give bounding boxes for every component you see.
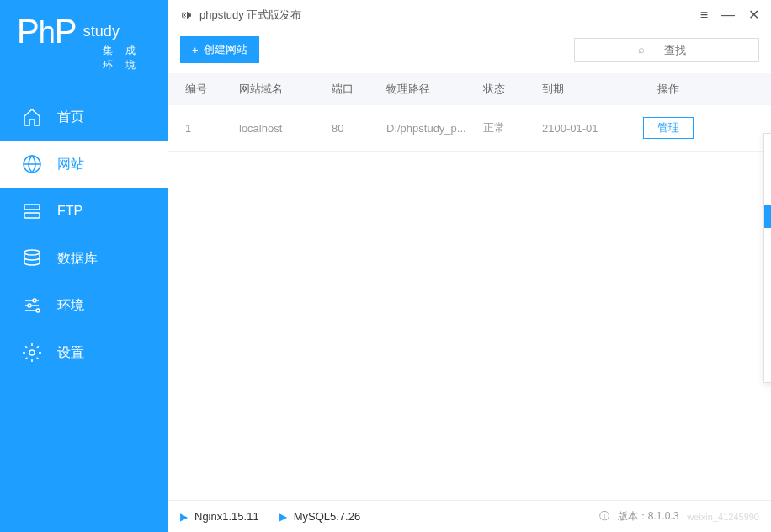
- speaker-icon: 🕪: [180, 8, 191, 21]
- header-status: 状态: [483, 82, 542, 97]
- menu-pseudo-static[interactable]: ◐伪静态: [764, 314, 771, 338]
- menu-icon[interactable]: ≡: [700, 8, 708, 23]
- cell-expire: 2100-01-01: [542, 122, 635, 135]
- menu-delete[interactable]: 🗑删除: [764, 181, 771, 205]
- nav-website[interactable]: 网站: [0, 141, 168, 188]
- svg-point-3: [24, 250, 40, 255]
- cell-status: 正常: [483, 120, 542, 136]
- close-icon[interactable]: ✕: [748, 7, 759, 23]
- status-nginx[interactable]: ▶ Nginx1.15.11: [180, 510, 259, 523]
- nav-settings[interactable]: 设置: [0, 329, 168, 376]
- statusbar: ▶ Nginx1.15.11 ▶ MySQL5.7.26 ⓘ 版本：8.1.0.…: [168, 500, 771, 532]
- watermark: weixin_41245990: [687, 512, 759, 522]
- header-expire: 到期: [542, 82, 635, 97]
- info-icon[interactable]: ⓘ: [599, 509, 609, 524]
- header-id: 编号: [180, 82, 239, 97]
- cell-path: D:/phpstudy_p...: [386, 122, 483, 135]
- svg-point-6: [36, 309, 40, 312]
- search-input[interactable]: [574, 38, 759, 62]
- header-port: 端口: [332, 82, 386, 97]
- manage-dropdown: ◉停止 ✎修改 🗑删除 ▦php版本▶ ◎php扩展▶ ⌂网站首页设置 ◈打开网…: [763, 133, 771, 383]
- table-header: 编号 网站域名 端口 物理路径 状态 到期 操作: [168, 73, 771, 105]
- menu-stop[interactable]: ◉停止: [764, 134, 771, 157]
- sidebar: PhP study 集 成 环 境 首页 网站 FTP 数据库: [0, 0, 168, 532]
- titlebar: 🕪 phpstudy 正式版发布 ≡ — ✕: [168, 0, 771, 29]
- main-content: 🕪 phpstudy 正式版发布 ≡ — ✕ + 创建网站 ⌕ 编号 网站域名 …: [168, 0, 771, 532]
- menu-open-root[interactable]: ▤打开根目录: [764, 359, 771, 382]
- home-icon: [22, 107, 42, 127]
- cell-domain: localhost: [239, 122, 332, 135]
- gear-icon: [22, 343, 42, 363]
- header-path: 物理路径: [386, 82, 483, 97]
- create-site-button[interactable]: + 创建网站: [180, 36, 259, 63]
- toolbar: + 创建网站 ⌕: [168, 29, 771, 73]
- ftp-icon: [22, 201, 42, 221]
- play-icon: ▶: [279, 511, 287, 523]
- header-domain: 网站域名: [239, 82, 332, 97]
- svg-point-7: [29, 350, 35, 355]
- menu-php-version[interactable]: ▦php版本▶: [764, 205, 771, 228]
- window-title: phpstudy 正式版发布: [199, 8, 301, 23]
- header-action: 操作: [635, 82, 702, 97]
- manage-button[interactable]: 管理: [643, 117, 694, 139]
- svg-rect-2: [24, 213, 40, 218]
- nav-ftp[interactable]: FTP: [0, 188, 168, 235]
- database-icon: [22, 248, 42, 269]
- svg-point-5: [28, 304, 31, 307]
- menu-edit[interactable]: ✎修改: [764, 157, 771, 181]
- plus-icon: +: [192, 44, 199, 56]
- nav-environment[interactable]: 环境: [0, 282, 168, 329]
- minimize-icon[interactable]: —: [721, 8, 735, 23]
- menu-open-site[interactable]: ◈打开网站: [764, 290, 771, 314]
- table-row: 1 localhost 80 D:/phpstudy_p... 正常 2100-…: [168, 105, 771, 152]
- logo: PhP study 集 成 环 境: [0, 0, 168, 81]
- play-icon: ▶: [180, 511, 188, 523]
- nav-home[interactable]: 首页: [0, 93, 168, 141]
- nav-database[interactable]: 数据库: [0, 235, 168, 282]
- cell-id: 1: [180, 122, 239, 135]
- status-mysql[interactable]: ▶ MySQL5.7.26: [279, 510, 361, 523]
- sliders-icon: [22, 295, 42, 316]
- menu-composer[interactable]: ⬚composer: [764, 338, 771, 359]
- cell-port: 80: [332, 122, 386, 135]
- nav: 首页 网站 FTP 数据库 环境 设置: [0, 93, 168, 376]
- search-icon: ⌕: [638, 43, 645, 56]
- menu-homepage[interactable]: ⌂网站首页设置: [764, 252, 771, 290]
- svg-point-4: [33, 299, 36, 302]
- globe-icon: [22, 154, 42, 174]
- menu-php-ext[interactable]: ◎php扩展▶: [764, 228, 771, 252]
- svg-rect-1: [24, 205, 40, 210]
